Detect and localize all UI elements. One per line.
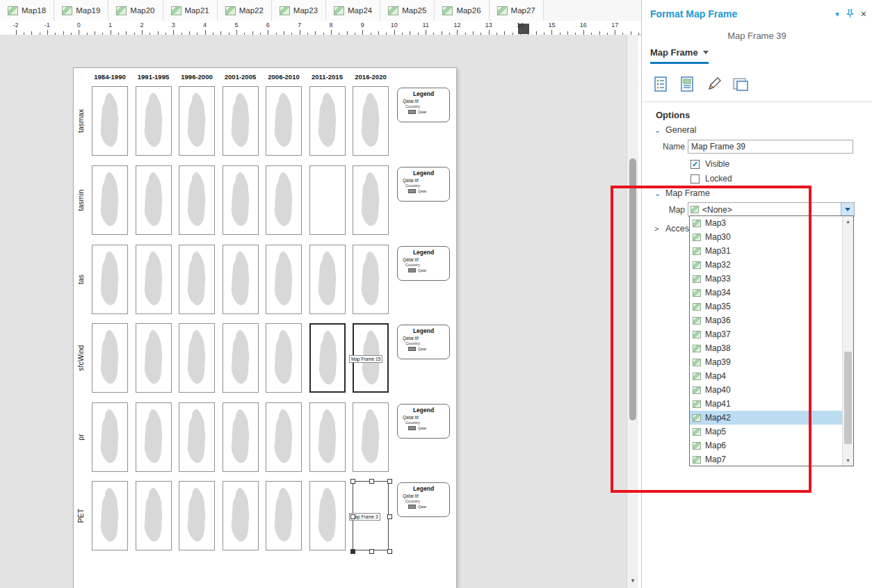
panel-menu-icon[interactable]: ▾: [835, 10, 839, 19]
selection-handle[interactable]: [350, 549, 355, 554]
tab-symbol-options[interactable]: [652, 74, 671, 95]
selection-handle[interactable]: [369, 479, 374, 484]
map-frame-cell[interactable]: [223, 323, 259, 393]
selection-handle[interactable]: [387, 479, 392, 484]
map-frame-cell[interactable]: [353, 402, 389, 472]
canvas-vertical-scrollbar[interactable]: ▾: [627, 35, 638, 588]
scroll-down-icon[interactable]: ▾: [843, 457, 853, 464]
tab-display[interactable]: [704, 74, 724, 95]
dropdown-item[interactable]: Map34: [690, 286, 842, 300]
legend-box[interactable]: LegendQatar.tifCountryQatar: [397, 404, 450, 439]
dropdown-item[interactable]: Map4: [690, 369, 842, 383]
map-view-tab[interactable]: Map21: [163, 0, 218, 21]
map-frame-cell[interactable]: [136, 165, 172, 235]
close-icon[interactable]: ×: [861, 8, 866, 19]
pin-icon[interactable]: [846, 9, 854, 19]
selection-handle[interactable]: [369, 549, 374, 554]
dropdown-item[interactable]: Map39: [690, 355, 842, 369]
selection-handle[interactable]: [350, 479, 355, 484]
map-frame-cell[interactable]: [179, 402, 215, 472]
map-view-tab[interactable]: Map18: [0, 0, 54, 21]
map-frame-cell[interactable]: [309, 86, 346, 156]
visible-checkbox[interactable]: ✓: [691, 160, 700, 169]
map-view-tab[interactable]: Map26: [435, 0, 489, 21]
map-frame-cell[interactable]: [266, 165, 302, 235]
map-frame-cell[interactable]: [92, 86, 128, 156]
scrollbar-thumb[interactable]: [629, 158, 636, 420]
map-frame-cell[interactable]: [223, 245, 259, 314]
selection-handle[interactable]: [387, 549, 392, 554]
visible-checkbox-row[interactable]: ✓ Visible: [691, 159, 729, 169]
section-accessibility[interactable]: > Access: [654, 224, 693, 234]
map-frame-cell[interactable]: [223, 402, 259, 472]
dropdown-item[interactable]: Map35: [690, 300, 842, 313]
map-frame-cell[interactable]: [179, 86, 215, 156]
scroll-down-icon[interactable]: ▾: [627, 577, 638, 584]
map-frame-cell[interactable]: [353, 86, 389, 156]
dropdown-item[interactable]: Map36: [690, 313, 842, 327]
dropdown-item[interactable]: Map32: [690, 258, 842, 272]
dropdown-item[interactable]: Map3: [690, 216, 842, 230]
dropdown-item[interactable]: Map37: [690, 327, 842, 341]
map-dropdown-field[interactable]: <None>: [688, 202, 855, 217]
map-frame-cell[interactable]: [136, 323, 172, 393]
map-frame-cell[interactable]: [223, 481, 259, 550]
map-dropdown-button[interactable]: [841, 203, 854, 216]
legend-box[interactable]: LegendQatar.tifCountryQatar: [397, 246, 450, 281]
map-frame-cell[interactable]: [136, 86, 172, 156]
legend-box[interactable]: LegendQatar.tifCountryQatar: [397, 167, 450, 202]
map-frame-cell[interactable]: [309, 165, 346, 235]
tab-text-symbol[interactable]: [678, 74, 697, 95]
dropdown-item[interactable]: Map41: [690, 397, 842, 411]
element-type-selector[interactable]: Map Frame: [650, 47, 709, 64]
map-frame-cell[interactable]: [179, 481, 215, 550]
map-frame-cell[interactable]: [223, 86, 259, 156]
legend-box[interactable]: LegendQatar.tifCountryQatar: [397, 88, 450, 122]
locked-checkbox[interactable]: [691, 174, 700, 183]
map-frame-cell[interactable]: [179, 245, 215, 314]
map-frame-cell[interactable]: [309, 323, 346, 393]
map-dropdown-list[interactable]: ▴ ▾ Map3Map30Map31Map32Map33Map34Map35Ma…: [689, 215, 854, 466]
selection-handle[interactable]: [350, 514, 355, 519]
dropdown-scrollbar[interactable]: ▴ ▾: [842, 216, 853, 466]
map-frame-cell[interactable]: [92, 402, 128, 472]
locked-checkbox-row[interactable]: Locked: [691, 174, 732, 183]
map-view-tab[interactable]: Map20: [108, 0, 163, 21]
dropdown-item[interactable]: Map30: [690, 230, 842, 244]
map-view-tab[interactable]: Map25: [380, 0, 435, 21]
dropdown-item[interactable]: Map7: [690, 452, 842, 466]
map-frame-cell[interactable]: [266, 481, 302, 550]
section-map-frame[interactable]: ⌄ Map Frame: [654, 188, 710, 198]
map-frame-cell[interactable]: [92, 165, 128, 235]
tab-placement[interactable]: [731, 74, 750, 95]
map-frame-cell[interactable]: [353, 165, 389, 235]
map-frame-cell[interactable]: [92, 481, 128, 550]
map-frame-cell[interactable]: [92, 323, 128, 393]
map-frame-cell[interactable]: [309, 481, 346, 550]
section-general[interactable]: ⌄ General: [654, 125, 696, 135]
legend-box[interactable]: LegendQatar.tifCountryQatar: [397, 482, 450, 517]
dropdown-item[interactable]: Map6: [690, 439, 842, 452]
map-view-tab[interactable]: Map27: [490, 0, 544, 21]
dropdown-item[interactable]: Map33: [690, 272, 842, 286]
dropdown-item[interactable]: Map40: [690, 383, 842, 397]
legend-box[interactable]: LegendQatar.tifCountryQatar: [397, 325, 450, 359]
map-frame-cell[interactable]: [136, 481, 172, 550]
map-view-tab[interactable]: Map22: [218, 0, 272, 21]
map-frame-cell[interactable]: [136, 402, 172, 472]
dropdown-item[interactable]: Map31: [690, 244, 842, 258]
map-view-tab[interactable]: Map24: [326, 0, 380, 21]
map-frame-cell[interactable]: [92, 245, 128, 314]
map-view-tab[interactable]: Map23: [272, 0, 326, 21]
map-frame-cell[interactable]: [266, 402, 302, 472]
map-view-tab[interactable]: Map19: [54, 0, 108, 21]
dropdown-item[interactable]: Map5: [690, 425, 842, 439]
map-frame-cell[interactable]: [266, 323, 302, 393]
map-frame-cell[interactable]: [266, 86, 302, 156]
map-frame-cell[interactable]: [353, 245, 389, 314]
selection-handle[interactable]: [387, 514, 392, 519]
layout-canvas[interactable]: 1984-19901991-19951996-20002001-20052006…: [0, 35, 627, 588]
dropdown-item[interactable]: Map42: [690, 411, 842, 425]
map-frame-cell[interactable]: [223, 165, 259, 235]
map-frame-cell[interactable]: [179, 323, 215, 393]
